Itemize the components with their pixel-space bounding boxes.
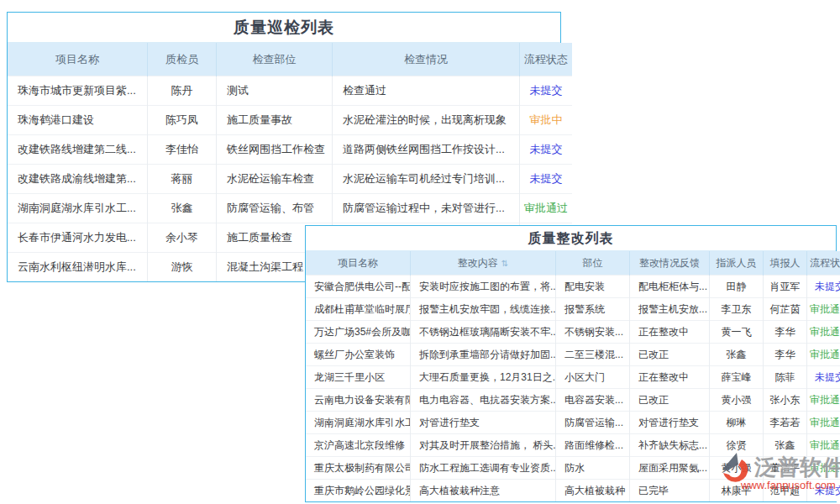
cell-process-status: 审批通过 [807, 298, 840, 321]
cell-reporter[interactable]: 李华 [764, 344, 807, 366]
header-row: 项目名称质检员检查部位检查情况流程状态 [8, 43, 572, 76]
cell-project-name[interactable]: 湖南洞庭湖水库引水工... [8, 194, 148, 223]
column-header-part: 部位 [556, 251, 630, 276]
cell-project-name[interactable]: 龙湖三千里小区 [306, 366, 411, 389]
cell-rectify-feedback: 已改正 [630, 344, 710, 366]
column-header-inspection-part: 检查部位 [217, 43, 333, 76]
cell-assignee[interactable]: 李卫东 [710, 298, 764, 321]
cell-process-status: 未提交 [807, 366, 840, 389]
cell-reporter[interactable]: 何芷茵 [764, 298, 807, 321]
cell-rectify-feedback: 配电柜柜体与... [630, 276, 710, 298]
cell-inspection-part: 防腐管运输、布管 [217, 194, 333, 223]
cell-project-name[interactable]: 成都杜甫草堂临时展厅独立展... [306, 298, 411, 321]
column-header-label: 流程状态 [524, 53, 568, 66]
cell-inspection-situation: 道路两侧铁丝网围挡工作按设计... [333, 135, 520, 165]
cell-project-name[interactable]: 云南水利枢纽潜明水库... [8, 253, 148, 282]
cell-assignee[interactable]: 柳琳 [710, 412, 764, 434]
cell-rectify-content: 高大植被栽种注意 [411, 480, 556, 502]
cell-reporter[interactable]: 肖亚军 [764, 276, 807, 298]
column-header-inspector: 质检员 [148, 43, 217, 76]
table-row: 成都杜甫草堂临时展厅独立展...报警主机安放牢固，线缆连接...报警系统报警主机… [306, 298, 840, 321]
cell-inspector[interactable]: 李佳怡 [148, 135, 217, 165]
cell-rectify-content: 拆除到承重墙部分请做好加固... [411, 344, 556, 366]
column-header-rectify-feedback: 整改情况反馈 [630, 251, 710, 276]
cell-inspection-part: 测试 [217, 76, 333, 106]
cell-process-status: 审批通过 [807, 321, 840, 344]
cell-part: 电容器安装... [556, 389, 630, 412]
cell-part: 配电安装 [556, 276, 630, 298]
cell-part: 报警系统 [556, 298, 630, 321]
cell-project-name[interactable]: 湖南洞庭湖水库引水工程施工标 [306, 412, 411, 434]
cell-process-status: 未提交 [520, 76, 573, 106]
cell-assignee[interactable]: 黄一飞 [710, 321, 764, 344]
sort-icon[interactable]: ⇅ [501, 259, 508, 268]
column-header-label: 整改内容 [458, 257, 498, 269]
column-header-assignee: 指派人员 [710, 251, 764, 276]
cell-reporter[interactable]: 张小东 [764, 389, 807, 412]
cell-inspector[interactable]: 陈巧凤 [148, 106, 217, 135]
column-header-label: 流程状态 [810, 257, 840, 269]
cell-rectify-feedback: 补齐缺失标志... [630, 434, 710, 457]
cell-reporter[interactable]: 李若若 [764, 412, 807, 434]
cell-project-name[interactable]: 改建铁路成渝线增建第... [8, 165, 148, 194]
cell-inspection-situation: 防腐管运输过程中，未对管进行... [333, 194, 520, 223]
column-header-label: 填报人 [770, 257, 801, 269]
cell-process-status: 审批中 [520, 106, 573, 135]
cell-inspector[interactable]: 余小琴 [148, 223, 217, 253]
table-row: 湖南洞庭湖水库引水工程施工标对管进行垫支防腐管运输...对管进行垫支柳琳李若若审… [306, 412, 840, 434]
table-row: 湖南洞庭湖水库引水工...张鑫防腐管运输、布管防腐管运输过程中，未对管进行...… [8, 194, 572, 223]
cell-assignee[interactable]: 薛宝峰 [710, 366, 764, 389]
watermark-brand-text: 泛普软件 [754, 453, 840, 482]
cell-rectify-feedback: 已改正 [630, 389, 710, 412]
cell-rectify-feedback: 正在整改中 [630, 321, 710, 344]
cell-inspector[interactable]: 陈丹 [148, 76, 217, 106]
cell-assignee[interactable]: 黄小强 [710, 389, 764, 412]
cell-inspection-part: 施工质量事故 [217, 106, 333, 135]
cell-reporter[interactable]: 陈菲 [764, 366, 807, 389]
cell-assignee[interactable]: 田静 [710, 276, 764, 298]
table-row: 万达广场35#会所及咖啡厅空...不锈钢边框玻璃隔断安装不牢...不锈钢安装..… [306, 321, 840, 344]
table-row: 云南电力设备安装有限公司20...电力电容器、电抗器安装方案...电容器安装..… [306, 389, 840, 412]
inspection-table-title: 质量巡检列表 [8, 13, 560, 43]
column-header-label: 检查部位 [253, 53, 297, 66]
cell-inspection-part: 铁丝网围挡工作检查 [217, 135, 333, 165]
column-header-rectify-content[interactable]: 整改内容⇅ [411, 251, 556, 276]
column-header-label: 项目名称 [55, 53, 99, 66]
table-row: 珠海鹤港口建设陈巧凤施工质量事故水泥砼灌注的时候，出现离析现象审批中 [8, 106, 572, 135]
cell-rectify-feedback: 报警主机安放... [630, 298, 710, 321]
cell-project-name[interactable]: 长春市伊通河水力发电... [8, 223, 148, 253]
cell-part: 二至三楼混... [556, 344, 630, 366]
vendor-watermark: 泛普软件 www.fanpusoft.com [719, 450, 838, 501]
cell-rectify-content: 安装时应按施工图的布置，将... [411, 276, 556, 298]
cell-project-name[interactable]: 螺丝厂办公室装饰 [306, 344, 411, 366]
cell-part: 高大植被栽种 [556, 480, 630, 502]
cell-project-name[interactable]: 重庆太极制药有限公司亳州中... [306, 457, 411, 480]
cell-project-name[interactable]: 改建铁路线增建第二线... [8, 135, 148, 165]
cell-project-name[interactable]: 珠海鹤港口建设 [8, 106, 148, 135]
cell-project-name[interactable]: 珠海市城市更新项目紫... [8, 76, 148, 106]
cell-project-name[interactable]: 重庆市鹅岭公园绿化景观提升... [306, 480, 411, 502]
cell-process-status: 审批通过 [807, 344, 840, 366]
cell-reporter[interactable]: 李华 [764, 321, 807, 344]
cell-inspector[interactable]: 张鑫 [148, 194, 217, 223]
rectification-table-title: 质量整改列表 [306, 226, 836, 251]
column-header-project-name: 项目名称 [8, 43, 148, 76]
cell-part: 防腐管运输... [556, 412, 630, 434]
cell-process-status: 未提交 [520, 165, 573, 194]
cell-project-name[interactable]: 万达广场35#会所及咖啡厅空... [306, 321, 411, 344]
column-header-label: 指派人员 [717, 257, 757, 269]
table-row: 安徽合肥供电公司--配电设备...安装时应按施工图的布置，将...配电安装配电柜… [306, 276, 840, 298]
cell-inspector[interactable]: 游恢 [148, 253, 217, 282]
cell-inspection-situation: 水泥砼运输车司机经过专门培训... [333, 165, 520, 194]
rectification-table-head: 项目名称整改内容⇅部位整改情况反馈指派人员填报人流程状态 [306, 251, 840, 276]
cell-inspector[interactable]: 蒋丽 [148, 165, 217, 194]
column-header-project-name: 项目名称 [306, 251, 411, 276]
cell-assignee[interactable]: 张鑫 [710, 344, 764, 366]
cell-process-status: 审批通过 [807, 412, 840, 434]
cell-project-name[interactable]: 京沪高速北京段维修 [306, 434, 411, 457]
column-header-process-status: 流程状态 [807, 251, 840, 276]
column-header-label: 检查情况 [404, 53, 448, 66]
cell-project-name[interactable]: 安徽合肥供电公司--配电设备... [306, 276, 411, 298]
cell-project-name[interactable]: 云南电力设备安装有限公司20... [306, 389, 411, 412]
cell-rectify-content: 报警主机安放牢固，线缆连接... [411, 298, 556, 321]
